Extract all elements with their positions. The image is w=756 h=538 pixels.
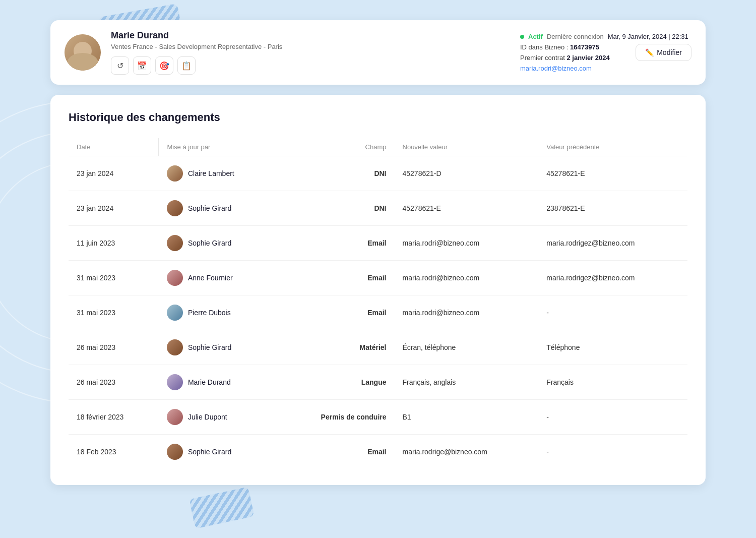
refresh-button[interactable]: ↺ xyxy=(111,56,129,75)
email-link[interactable]: maria.rodri@bizneo.com xyxy=(520,65,592,72)
updater-avatar xyxy=(167,200,183,216)
cell-date: 31 mai 2023 xyxy=(69,295,159,330)
updater-name: Anne Fournier xyxy=(188,274,233,282)
table-body: 23 jan 2024 Claire Lambert DNI 45278621-… xyxy=(69,156,687,469)
table-row: 23 jan 2024 Claire Lambert DNI 45278621-… xyxy=(69,156,687,191)
cell-new-value: maria.rodri@bizneo.com xyxy=(395,261,539,295)
cell-date: 26 mai 2023 xyxy=(69,330,159,365)
modify-button[interactable]: ✏️ Modifier xyxy=(636,44,691,61)
cell-new-value: maria.rodrige@bizneo.com xyxy=(395,435,539,469)
table-row: 26 mai 2023 Sophie Girard Matériel Écran… xyxy=(69,330,687,365)
cell-prev-value: 23878621-E xyxy=(538,191,687,226)
cell-updater: Sophie Girard xyxy=(159,191,278,226)
col-date: Date xyxy=(69,138,159,156)
table-row: 18 février 2023 Julie Dupont Permis de c… xyxy=(69,400,687,435)
updater-avatar xyxy=(167,374,183,390)
cell-prev-value: maria.rodrigez@bizneo.com xyxy=(538,261,687,295)
cell-new-value: 45278621-D xyxy=(395,156,539,191)
updater-name: Sophie Girard xyxy=(188,343,231,351)
cell-date: 23 jan 2024 xyxy=(69,156,159,191)
cell-date: 23 jan 2024 xyxy=(69,191,159,226)
calendar-button[interactable]: 📅 xyxy=(133,56,151,75)
table-header: Date Mise à jour par Champ Nouvelle vale… xyxy=(69,138,687,156)
cell-champ: Email xyxy=(278,261,394,295)
table-row: 23 jan 2024 Sophie Girard DNI 45278621-E… xyxy=(69,191,687,226)
email-row: maria.rodri@bizneo.com xyxy=(520,65,691,72)
updater-name: Sophie Girard xyxy=(188,448,231,456)
updater-avatar xyxy=(167,165,183,182)
cell-champ: DNI xyxy=(278,156,394,191)
table-row: 18 Feb 2023 Sophie Girard Email maria.ro… xyxy=(69,435,687,469)
col-prev-value: Valeur précédente xyxy=(538,138,687,156)
updater-avatar xyxy=(167,444,183,460)
cell-updater: Pierre Dubois xyxy=(159,295,278,330)
cell-prev-value: Téléphone xyxy=(538,330,687,365)
cell-champ: Permis de conduire xyxy=(278,400,394,435)
updater-avatar xyxy=(167,305,183,321)
pencil-icon: ✏️ xyxy=(645,48,654,56)
profile-actions: ↺ 📅 🎯 📋 xyxy=(111,56,510,75)
copy-button[interactable]: 📋 xyxy=(177,56,196,75)
cell-champ: Email xyxy=(278,295,394,330)
status-dot xyxy=(520,35,524,39)
table-row: 31 mai 2023 Anne Fournier Email maria.ro… xyxy=(69,261,687,295)
cell-prev-value: maria.rodrigez@bizneo.com xyxy=(538,226,687,261)
id-label: ID dans Bizneo : xyxy=(520,43,568,51)
cell-new-value: B1 xyxy=(395,400,539,435)
cell-date: 11 juin 2023 xyxy=(69,226,159,261)
updater-name: Julie Dupont xyxy=(188,413,227,421)
profile-info: Marie Durand Ventes France - Sales Devel… xyxy=(111,30,510,75)
cell-updater: Sophie Girard xyxy=(159,435,278,469)
history-table: Date Mise à jour par Champ Nouvelle vale… xyxy=(69,138,687,469)
last-connection-label: Dernière connexion xyxy=(547,33,604,40)
cell-date: 18 février 2023 xyxy=(69,400,159,435)
table-row: 26 mai 2023 Marie Durand Langue Français… xyxy=(69,365,687,400)
cell-champ: Langue xyxy=(278,365,394,400)
history-title: Historique des changements xyxy=(69,111,687,124)
profile-card: Marie Durand Ventes France - Sales Devel… xyxy=(50,20,706,85)
updater-name: Marie Durand xyxy=(188,378,231,386)
col-new-value: Nouvelle valeur xyxy=(395,138,539,156)
profile-name: Marie Durand xyxy=(111,30,510,41)
col-champ: Champ xyxy=(278,138,394,156)
col-updater: Mise à jour par xyxy=(159,138,278,156)
cell-champ: Matériel xyxy=(278,330,394,365)
id-value: 16473975 xyxy=(570,43,599,51)
modify-label: Modifier xyxy=(657,48,682,56)
cell-new-value: Écran, téléphone xyxy=(395,330,539,365)
updater-avatar xyxy=(167,409,183,425)
cell-date: 26 mai 2023 xyxy=(69,365,159,400)
cell-champ: DNI xyxy=(278,191,394,226)
cell-champ: Email xyxy=(278,226,394,261)
last-connection-value: Mar, 9 Janvier, 2024 | 22:31 xyxy=(608,33,688,40)
cell-prev-value: - xyxy=(538,400,687,435)
cell-new-value: maria.rodri@bizneo.com xyxy=(395,295,539,330)
profile-role: Ventes France - Sales Development Repres… xyxy=(111,43,510,50)
cell-new-value: 45278621-E xyxy=(395,191,539,226)
cell-new-value: maria.rodri@bizneo.com xyxy=(395,226,539,261)
cell-new-value: Français, anglais xyxy=(395,365,539,400)
updater-name: Sophie Girard xyxy=(188,239,231,247)
cell-updater: Julie Dupont xyxy=(159,400,278,435)
target-button[interactable]: 🎯 xyxy=(155,56,173,75)
cell-updater: Marie Durand xyxy=(159,365,278,400)
cell-prev-value: 45278621-E xyxy=(538,156,687,191)
cell-prev-value: - xyxy=(538,435,687,469)
history-card: Historique des changements Date Mise à j… xyxy=(50,95,706,485)
status-active-row: Actif Dernière connexion Mar, 9 Janvier,… xyxy=(520,33,691,40)
updater-avatar xyxy=(167,235,183,251)
updater-name: Sophie Girard xyxy=(188,204,231,212)
cell-prev-value: Français xyxy=(538,365,687,400)
cell-date: 18 Feb 2023 xyxy=(69,435,159,469)
updater-avatar xyxy=(167,270,183,286)
updater-name: Pierre Dubois xyxy=(188,309,231,317)
cell-prev-value: - xyxy=(538,295,687,330)
status-label: Actif xyxy=(528,33,543,40)
cell-updater: Anne Fournier xyxy=(159,261,278,295)
cell-updater: Sophie Girard xyxy=(159,330,278,365)
contract-label: Premier contrat xyxy=(520,54,565,62)
updater-name: Claire Lambert xyxy=(188,169,234,177)
table-row: 11 juin 2023 Sophie Girard Email maria.r… xyxy=(69,226,687,261)
cell-champ: Email xyxy=(278,435,394,469)
avatar xyxy=(65,34,101,71)
